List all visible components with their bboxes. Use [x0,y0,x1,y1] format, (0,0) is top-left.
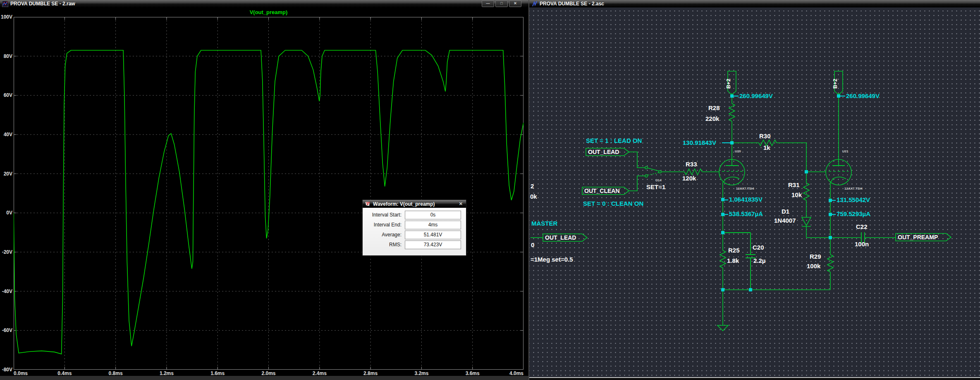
value-r33[interactable]: 120k [682,175,696,182]
waveform-plot[interactable] [14,17,523,370]
dialog-fields: Interval Start:0sInterval End:4msAverage… [363,210,466,250]
voltage-cathode-u21[interactable]: 131.55042V [837,197,870,203]
clipped-text-0k[interactable]: 0k [530,193,537,200]
label-r31[interactable]: R31 [788,182,800,188]
value-r28[interactable]: 220k [705,115,719,122]
wire-out-clean-feed[interactable] [629,176,645,191]
model-u21[interactable]: 12AX7.TSI4 [844,187,863,190]
netflag-out-preamp-label: OUT_PREAMP [898,234,938,241]
junction-dot [730,94,734,98]
x-axis-label: 2.4ms [313,370,327,376]
minimize-button[interactable]: — [482,0,494,7]
field-label: Interval End: [374,222,402,228]
netflag-out-clean-label: OUT_CLEAN [584,188,620,194]
dialog-row: RMS:73.423V [363,240,466,250]
junction-dot [749,288,752,291]
x-axis-label: 2.0ms [261,370,275,376]
current-cathode-u21[interactable]: 759.5293µA [837,211,870,217]
trace-name-label[interactable]: V(out_preamp) [14,9,523,15]
diode-d1[interactable] [802,217,811,238]
refdes-u21[interactable]: U21 [842,150,849,153]
value-r30[interactable]: 1k [763,144,770,151]
wire-out-lead-feed[interactable] [629,152,645,168]
ground-symbol[interactable] [717,325,728,331]
netflag-out-lead-top-label: OUT_LEAD [588,149,619,155]
field-value-input[interactable]: 51.481V [405,231,461,239]
resistor-r31[interactable] [803,172,809,217]
resistor-r33[interactable] [684,169,702,175]
junction-dot [721,213,724,216]
value-c20[interactable]: 2.2µ [753,257,766,264]
resistor-r28[interactable] [729,103,735,121]
powerflag-b2-left-label: B+2 [725,79,731,89]
model-u20[interactable]: 12AX7.TSI4 [736,187,754,190]
value-r31[interactable]: 10k [791,192,802,198]
y-axis-label: 80V [0,53,12,59]
dialog-close-icon[interactable]: ✕ [459,201,463,207]
x-axis-label: 1.2ms [160,370,174,376]
maximize-button[interactable]: □ [495,0,508,7]
wire-r30-to-grid-u21[interactable] [777,143,826,172]
refdes-u20[interactable]: U20 [735,150,741,153]
junction-dot [829,213,832,216]
junction-dot [721,288,724,291]
value-c22[interactable]: 100n [855,241,869,248]
resistor-r25[interactable] [720,250,726,268]
value-r29[interactable]: 100k [807,263,820,269]
field-value-input[interactable]: 73.423V [405,241,461,249]
waveform-plot-pane[interactable]: V(out_preamp) 100V80V60V40V20V0V-20V-40V… [0,7,528,376]
voltage-anode-u20[interactable]: 130.91843V [683,139,716,146]
junction-dot [730,141,734,144]
clipped-text-0[interactable]: 0 [531,242,534,248]
field-label: Average: [382,232,402,238]
label-d1[interactable]: D1 [782,208,789,215]
label-c22[interactable]: C22 [856,224,868,230]
field-label: RMS: [389,242,402,248]
label-r33[interactable]: R33 [686,161,697,168]
dialog-row: Average:51.481V [363,230,466,240]
waveform-window-titlebar[interactable]: PROVA DUMBLE SE - 2.raw —□✕ [0,0,528,7]
netflag-out-lead-bottom-label: OUT_LEAD [545,234,576,241]
label-c20[interactable]: C20 [753,244,764,251]
y-axis-label: -20V [0,249,12,255]
field-value-input[interactable]: 4ms [405,221,461,229]
y-axis-label: 60V [0,92,12,98]
label-r29[interactable]: R29 [810,253,821,260]
powerflag-b2-right-label: B+2 [832,79,838,89]
label-r28[interactable]: R28 [708,105,720,111]
value-r25[interactable]: 1.8k [727,257,739,264]
label-r30[interactable]: R30 [759,133,771,139]
dialog-row: Interval Start:0s [363,210,466,220]
junction-dot [721,198,724,201]
label-master[interactable]: MASTER [531,220,557,227]
switch-u14[interactable] [645,166,661,177]
current-cathode-u20[interactable]: 538.5367µA [729,211,763,217]
junction-dot [721,231,724,234]
dialog-titlebar[interactable]: Waveform: V(out_preamp) ✕ [363,200,466,208]
x-axis-label: 3.2ms [414,370,428,376]
junction-dot [805,170,808,173]
close-button[interactable]: ✕ [509,0,521,7]
directive-set0-clean[interactable]: SET = 0 : CLEAN ON [583,200,643,207]
field-value-input[interactable]: 0s [405,211,461,219]
schematic-editor-window: PROVA DUMBLE SE - 2.asc [529,0,980,380]
voltage-b2-right[interactable]: 260.99649V [846,93,880,99]
schematic-drawing[interactable]: OUT_LEADOUT_CLEANOUT_LEADOUT_PREAMPB+2B+… [529,0,980,378]
clipped-directive-pot[interactable]: =1Meg set=0.5 [531,256,573,263]
waveform-window-title: PROVA DUMBLE SE - 2.raw [10,1,75,7]
clipped-text-2[interactable]: 2 [531,183,534,190]
x-axis-label: 4.0ms [509,370,523,376]
y-axis-label: 40V [0,132,12,137]
field-label: Interval Start: [372,212,402,218]
x-axis-label: 1.6ms [210,370,225,376]
value-switch-set[interactable]: SET=1 [646,184,665,190]
voltage-cathode-u20[interactable]: 1.0641835V [729,196,762,203]
refdes-u14[interactable]: U14 [655,179,662,182]
label-r25[interactable]: R25 [728,247,740,254]
resistor-r29[interactable] [827,255,833,290]
voltage-b2-left[interactable]: 260.99649V [739,93,773,99]
waveform-viewer-window: PROVA DUMBLE SE - 2.raw —□✕ V(out_preamp… [0,0,529,380]
directive-set1-lead[interactable]: SET = 1 : LEAD ON [586,137,642,144]
junction-dot [829,199,832,202]
value-d1[interactable]: 1N4007 [774,217,796,224]
